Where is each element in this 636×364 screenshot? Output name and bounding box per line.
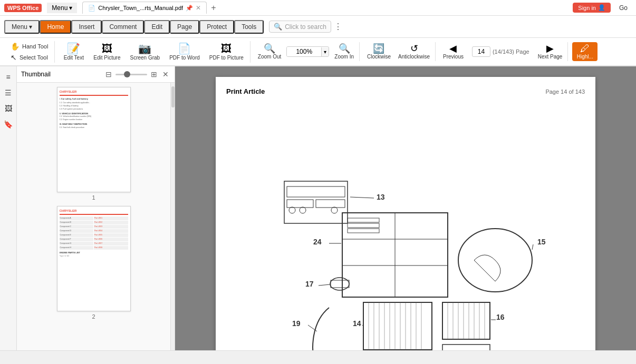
clockwise-icon: 🔄: [373, 44, 384, 53]
thumbnail-item-2[interactable]: CHRYSLER Component APart #001 Component …: [57, 206, 131, 320]
zoom-out-button[interactable]: 🔍 Zoom Out: [255, 42, 284, 61]
zoom-box[interactable]: 100% ▾: [286, 46, 329, 57]
zoom-input[interactable]: 100%: [287, 47, 321, 56]
previous-icon: ◀: [449, 44, 457, 53]
pdf-to-picture-button[interactable]: 🖼 PDF to Picture: [205, 41, 248, 63]
select-tool-label: Select Tool: [20, 54, 48, 61]
ribbon-tab-protect[interactable]: Protect: [199, 20, 234, 34]
screen-grab-label: Screen Grab: [130, 55, 160, 61]
anticlockwise-label: Anticlockwise: [398, 54, 430, 60]
status-bar: [0, 350, 636, 364]
pdf-to-picture-label: PDF to Picture: [209, 55, 244, 61]
thumbnail-page-num-1: 1: [92, 194, 95, 201]
page-nav: 14 (14/143) Page: [468, 46, 534, 57]
anticlockwise-icon: ↺: [410, 44, 418, 53]
previous-button[interactable]: ◀ Previous: [440, 42, 467, 61]
clockwise-button[interactable]: 🔄 Clockwise: [364, 42, 394, 61]
thumbnail-scrollbar[interactable]: [170, 83, 175, 350]
page-article-title: Print Article: [226, 87, 265, 95]
sidebar-icon-bookmarks[interactable]: 🔖: [2, 118, 15, 131]
thumbnail-page-num-2: 2: [92, 313, 95, 320]
ribbon-tab-page[interactable]: Page: [170, 20, 199, 34]
edit-text-icon: 📝: [67, 43, 80, 54]
wps-logo: WPS Office: [4, 4, 42, 12]
thumbnail-image-1: CHRYSLER I. Car safety, fuel and battery…: [57, 87, 131, 192]
anticlockwise-button[interactable]: ↺ Anticlockwise: [395, 42, 433, 61]
edit-text-button[interactable]: 📝 Edit Text: [59, 41, 88, 63]
close-icon[interactable]: ✕: [196, 4, 201, 12]
ribbon-tab-insert[interactable]: Insert: [71, 20, 102, 34]
pdf-viewer[interactable]: Print Article Page 14 of 143: [175, 66, 636, 350]
go-button[interactable]: Go: [615, 3, 632, 13]
ribbon: Menu ▾ Home Insert Comment Edit Page Pro…: [0, 16, 636, 38]
diagram-container: 13 24: [253, 171, 558, 351]
pdf-to-word-icon: 📄: [178, 43, 191, 54]
thumbnail-item-1[interactable]: CHRYSLER I. Car safety, fuel and battery…: [57, 87, 131, 201]
select-tool-button[interactable]: ↖ Select Tool: [7, 52, 51, 63]
pdf-to-word-label: PDF to Word: [169, 55, 200, 61]
title-actions: Sign in 👤 Go: [573, 3, 632, 13]
page-number-input[interactable]: 14: [472, 46, 490, 57]
sign-in-label: Sign in: [578, 5, 596, 11]
add-tab-button[interactable]: +: [207, 2, 220, 14]
menu-arrow-icon: ▾: [69, 4, 72, 12]
hand-select-group: ✋ Hand Tool ↖ Select Tool: [4, 41, 55, 63]
zoom-out-icon: 🔍: [264, 44, 275, 53]
zoom-in-button[interactable]: 🔍 Zoom In: [331, 42, 357, 61]
zoom-dropdown-icon[interactable]: ▾: [321, 47, 329, 56]
zoom-out-label: Zoom Out: [258, 54, 281, 60]
next-page-button[interactable]: ▶ Next Page: [535, 42, 566, 61]
thumbnail-header: Thumbnail ⊟ ⊞ ✕: [17, 66, 175, 83]
pdf-to-picture-icon: 🖼: [221, 43, 232, 54]
ribbon-tab-comment[interactable]: Comment: [102, 20, 144, 34]
thumbnail-close-button[interactable]: ✕: [161, 70, 170, 79]
thumbnail-controls: ⊟ ⊞ ✕: [104, 70, 170, 79]
doc-tab[interactable]: 📄 Chrysler_Town_...rts_Manual.pdf 📌 ✕: [82, 2, 207, 14]
ribbon-menu-label: Menu: [12, 23, 27, 31]
thumbnail-expand-icon[interactable]: ⊞: [149, 70, 159, 79]
hand-icon: ✋: [11, 42, 20, 51]
title-bar: WPS Office Menu ▾ 📄 Chrysler_Town_...rts…: [0, 0, 636, 16]
toolbar: ✋ Hand Tool ↖ Select Tool 📝 Edit Text 🖼 …: [0, 38, 636, 66]
screen-grab-button[interactable]: 📷 Screen Grab: [126, 41, 164, 63]
thumbnail-size-slider[interactable]: [115, 74, 147, 75]
edit-picture-icon: 🖼: [102, 43, 112, 54]
hand-tool-button[interactable]: ✋ Hand Tool: [7, 41, 51, 52]
previous-label: Previous: [443, 54, 464, 60]
main-content: ≡ ☰ 🖼 🔖 Thumbnail ⊟ ⊞ ✕: [0, 66, 636, 350]
search-box[interactable]: 🔍 Click to search: [269, 21, 331, 33]
pdf-to-word-button[interactable]: 📄 PDF to Word: [165, 41, 204, 63]
edit-picture-button[interactable]: 🖼 Edit Picture: [89, 41, 124, 63]
ribbon-tab-menu[interactable]: Menu ▾: [4, 20, 40, 34]
thumbnail-shrink-icon[interactable]: ⊟: [104, 70, 113, 79]
page-info: (14/143) Page: [493, 48, 529, 55]
highlight-group: 🖊 Highl...: [570, 42, 600, 61]
pdf-page: Print Article Page 14 of 143: [216, 77, 595, 350]
sign-in-button[interactable]: Sign in 👤: [573, 3, 611, 13]
svg-text:24: 24: [313, 238, 322, 246]
sidebar-icon-pages[interactable]: ☰: [2, 86, 15, 99]
thumbnail-panel: Thumbnail ⊟ ⊞ ✕ CHRYSLER: [17, 66, 175, 350]
screen-grab-icon: 📷: [138, 43, 151, 54]
svg-text:19: 19: [292, 319, 301, 328]
highlight-button[interactable]: 🖊 Highl...: [572, 42, 598, 61]
ribbon-tab-tools[interactable]: Tools: [234, 20, 264, 34]
thumbnail-image-2: CHRYSLER Component APart #001 Component …: [57, 206, 131, 311]
highlight-icon: 🖊: [580, 44, 590, 53]
svg-text:17: 17: [305, 280, 314, 288]
edit-picture-label: Edit Picture: [93, 55, 120, 61]
sidebar-icon-list[interactable]: ≡: [2, 71, 15, 83]
menu-button[interactable]: Menu ▾: [47, 3, 77, 13]
svg-text:13: 13: [377, 193, 385, 201]
ribbon-tab-home[interactable]: Home: [40, 20, 71, 34]
navigation-group: ◀ Previous 14 (14/143) Page ▶ Next Page: [438, 42, 568, 61]
sidebar-icon-images[interactable]: 🖼: [2, 102, 15, 115]
hand-tool-label: Hand Tool: [22, 43, 48, 50]
rotate-group: 🔄 Clockwise ↺ Anticlockwise: [362, 42, 436, 61]
search-placeholder: Click to search: [285, 23, 326, 31]
sidebar: ≡ ☰ 🖼 🔖: [0, 66, 17, 350]
thumbnail-scroll-thumb[interactable]: [171, 86, 175, 107]
search-icon: 🔍: [274, 23, 282, 31]
ribbon-tab-edit[interactable]: Edit: [144, 20, 170, 34]
ribbon-more-button[interactable]: ⋮: [334, 22, 342, 32]
